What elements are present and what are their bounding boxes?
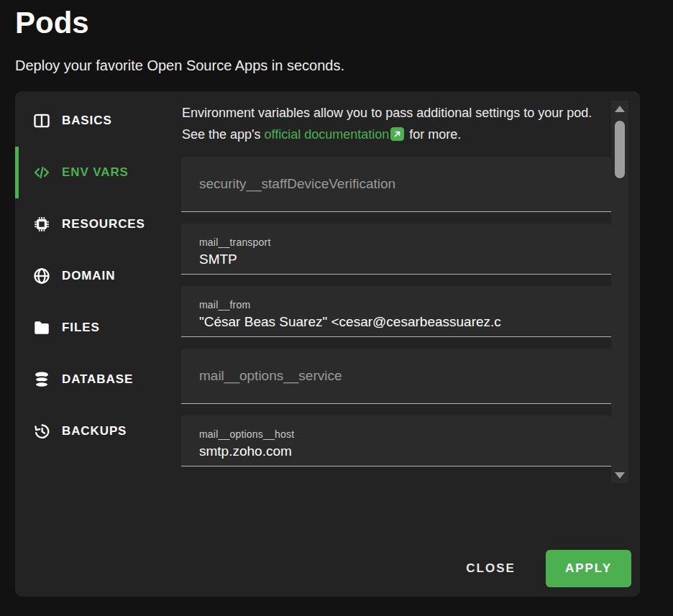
dialog-actions: CLOSE APPLY: [463, 550, 631, 587]
page-title: Pods: [15, 6, 89, 40]
pods-dialog: BASICS ENV VARS RESOURCES: [15, 91, 640, 597]
sidebar-item-label: FILES: [62, 321, 100, 335]
scroll-down-arrow-icon: [615, 472, 625, 479]
sidebar-item-resources[interactable]: RESOURCES: [15, 198, 181, 250]
env-var-field-security__staffDeviceVerification: [181, 157, 611, 212]
description-text: for more.: [406, 127, 461, 142]
sidebar-item-database[interactable]: DATABASE: [15, 354, 181, 405]
env-var-field-mail__options__service: [181, 349, 611, 404]
env-var-input-mail__options__host[interactable]: [181, 443, 611, 459]
env-vars-panel: Environment variables allow you to pass …: [181, 91, 640, 597]
close-button[interactable]: CLOSE: [463, 556, 518, 581]
env-var-input-mail__from[interactable]: [181, 314, 611, 330]
sidebar-item-label: ENV VARS: [62, 165, 129, 180]
history-icon: [32, 422, 51, 441]
sidebar-item-env-vars[interactable]: ENV VARS: [15, 147, 181, 198]
database-icon: [32, 370, 51, 389]
code-icon: [32, 163, 51, 182]
env-vars-scroll-region: Environment variables allow you to pass …: [181, 91, 611, 478]
dialog-sidebar: BASICS ENV VARS RESOURCES: [15, 95, 181, 457]
env-vars-fields: mail__transport mail__from mail__options…: [181, 157, 611, 466]
globe-icon: [32, 267, 51, 285]
apply-button[interactable]: APPLY: [546, 550, 631, 587]
scrollbar-down-button[interactable]: [611, 467, 628, 483]
env-var-field-mail__transport: mail__transport: [181, 224, 611, 275]
sidebar-item-backups[interactable]: BACKUPS: [15, 405, 181, 457]
sidebar-item-files[interactable]: FILES: [15, 302, 181, 354]
env-var-input-mail__options__service[interactable]: [181, 368, 611, 384]
scrollbar-thumb[interactable]: [615, 121, 625, 178]
sidebar-item-basics[interactable]: BASICS: [15, 95, 181, 147]
sidebar-item-domain[interactable]: DOMAIN: [15, 250, 181, 302]
sidebar-item-label: BACKUPS: [62, 424, 127, 438]
env-var-label: mail__from: [181, 299, 611, 311]
env-vars-description: Environment variables allow you to pass …: [182, 103, 613, 145]
columns-icon: [32, 111, 51, 130]
scrollbar-track[interactable]: [611, 116, 628, 467]
official-documentation-link[interactable]: official documentation: [265, 127, 390, 142]
env-var-input-mail__transport[interactable]: [181, 252, 611, 267]
sidebar-item-label: DATABASE: [62, 372, 133, 387]
page-subtitle: Deploy your favorite Open Source Apps in…: [15, 58, 344, 74]
external-link-icon[interactable]: [390, 127, 404, 141]
scrollbar[interactable]: [611, 101, 628, 483]
sidebar-item-label: BASICS: [62, 114, 112, 128]
env-var-label: mail__options__host: [181, 428, 611, 440]
sidebar-item-label: DOMAIN: [62, 269, 115, 283]
chip-icon: [32, 215, 51, 234]
scroll-up-arrow-icon: [615, 106, 625, 112]
env-var-field-mail__options__host: mail__options__host: [181, 415, 611, 466]
env-var-field-mail__from: mail__from: [181, 286, 611, 337]
env-var-label: mail__transport: [181, 236, 611, 248]
scrollbar-up-button[interactable]: [611, 101, 628, 116]
env-var-input-security__staffDeviceVerification[interactable]: [181, 176, 611, 192]
sidebar-item-label: RESOURCES: [62, 217, 145, 231]
folder-icon: [32, 318, 51, 337]
